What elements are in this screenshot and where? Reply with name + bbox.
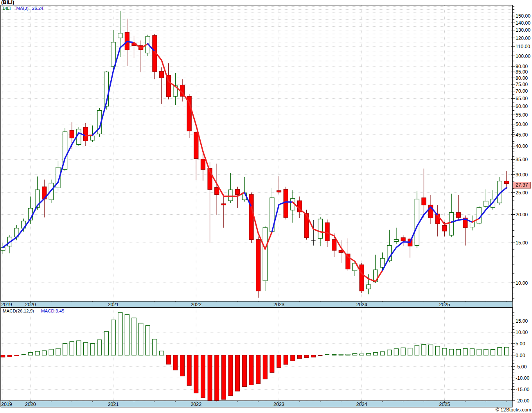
macd-bar-positive	[422, 345, 426, 355]
macd-bar-positive	[332, 354, 336, 355]
candle-body	[194, 132, 198, 158]
macd-bar-positive	[97, 340, 102, 355]
candle-body	[477, 207, 481, 223]
price-axis-label: 140.00	[516, 20, 530, 26]
last-price-badge: 27.37	[513, 182, 531, 189]
year-label: 2020	[25, 402, 36, 407]
macd-bar-negative	[173, 355, 178, 370]
ma-line-segment	[86, 135, 93, 136]
candle-body	[160, 71, 164, 78]
macd-bar-positive	[394, 349, 398, 355]
price-axis-label: 15.00	[516, 240, 528, 246]
macd-bar-negative	[201, 355, 205, 398]
x-axis-band-top	[1, 301, 512, 307]
macd-bar-positive	[449, 349, 454, 355]
macd-axis-label: -15.00	[516, 387, 529, 392]
macd-bar-negative	[304, 355, 309, 357]
macd-bar-negative	[7, 355, 12, 357]
macd-bar-positive	[442, 348, 447, 355]
candle-body	[380, 259, 385, 268]
price-axis-label: 50.00	[516, 122, 528, 127]
macd-bar-negative	[228, 355, 233, 396]
macd-bar-negative	[270, 355, 274, 372]
candle-body	[277, 190, 281, 192]
macd-bar-negative	[297, 355, 302, 359]
candle-body	[249, 194, 253, 239]
price-axis-label: 45.00	[516, 132, 528, 138]
macd-bar-positive	[359, 354, 364, 355]
macd-bar-negative	[215, 355, 219, 401]
year-label: 2019	[1, 302, 12, 307]
macd-bar-positive	[90, 343, 95, 355]
macd-bar-positive	[374, 353, 378, 355]
macd-params-label: MACD(26,12,9)	[3, 309, 34, 313]
candle-body	[118, 33, 122, 38]
macd-bar-positive	[498, 347, 502, 355]
price-axis-label: 150.00	[516, 13, 530, 19]
candle-body	[228, 190, 233, 201]
price-axis-label: 75.00	[516, 82, 528, 87]
macd-bar-negative	[14, 355, 19, 356]
macd-bar-positive	[435, 346, 440, 355]
macd-bar-positive	[401, 348, 405, 355]
macd-bar-negative	[194, 355, 198, 393]
macd-bar-negative	[180, 355, 185, 376]
macd-bar-negative	[249, 355, 253, 385]
macd-bar-positive	[63, 343, 67, 355]
macd-axis-label: 5.00	[516, 341, 525, 347]
year-label: 2023	[273, 302, 284, 307]
page-title: (BILI)	[1, 0, 14, 5]
macd-bar-negative	[187, 355, 191, 386]
price-axis-label: 10.00	[516, 280, 528, 286]
macd-bar-positive	[28, 353, 32, 355]
macd-bar-positive	[56, 348, 60, 355]
macd-bar-negative	[235, 355, 240, 391]
candle-body	[359, 265, 364, 291]
macd-bar-negative	[242, 355, 246, 386]
macd-bar-positive	[505, 347, 509, 355]
candle-body	[263, 228, 267, 281]
price-axis-label: 120.00	[516, 36, 530, 41]
ma-label: MA(3)	[16, 6, 28, 11]
macd-bar-flat	[318, 355, 322, 356]
macd-bar-positive	[125, 314, 129, 355]
price-axis-label: 25.00	[516, 190, 528, 196]
candle-body	[201, 159, 205, 169]
macd-axis-label: -5.00	[516, 364, 527, 370]
macd-bar-positive	[429, 345, 433, 355]
candle-body	[484, 201, 488, 206]
macd-axis-label: 0.00	[516, 353, 525, 358]
macd-bar-flat	[22, 354, 26, 355]
macd-bar-positive	[339, 354, 343, 355]
macd-bar-negative	[284, 355, 288, 365]
price-axis-label: 80.00	[516, 75, 528, 81]
ma-value: 26.24	[32, 6, 43, 11]
macd-bar-positive	[49, 349, 53, 355]
year-label: 2021	[108, 302, 119, 307]
price-axis-label: 35.00	[516, 157, 528, 162]
stock-chart-canvas: 150.00140.00130.00120.00110.00100.0090.0…	[0, 0, 532, 413]
macd-bar-negative	[263, 355, 267, 379]
macd-bar-positive	[77, 341, 81, 355]
candle-body	[505, 181, 509, 184]
copyright-watermark: © 12Stocks.com	[496, 407, 531, 413]
macd-bar-positive	[477, 349, 481, 355]
candle-body	[401, 238, 405, 241]
price-axis-label: 40.00	[516, 144, 528, 149]
candle-body	[70, 130, 74, 138]
macd-bar-positive	[346, 354, 350, 355]
macd-bar-positive	[415, 345, 419, 355]
macd-bar-positive	[139, 323, 143, 355]
macd-value-label: MACD:3.45	[41, 309, 64, 313]
candle-body	[415, 199, 419, 246]
year-label: 2025	[439, 302, 450, 307]
chart-page: 150.00140.00130.00120.00110.00100.0090.0…	[0, 0, 532, 413]
candle-body	[235, 189, 240, 194]
candle-body	[215, 187, 219, 194]
macd-bar-negative	[1, 355, 5, 357]
macd-bar-positive	[408, 348, 412, 355]
macd-bar-positive	[84, 343, 88, 355]
macd-bar-positive	[463, 348, 467, 355]
macd-bar-positive	[111, 320, 115, 355]
candle-body	[221, 204, 226, 205]
